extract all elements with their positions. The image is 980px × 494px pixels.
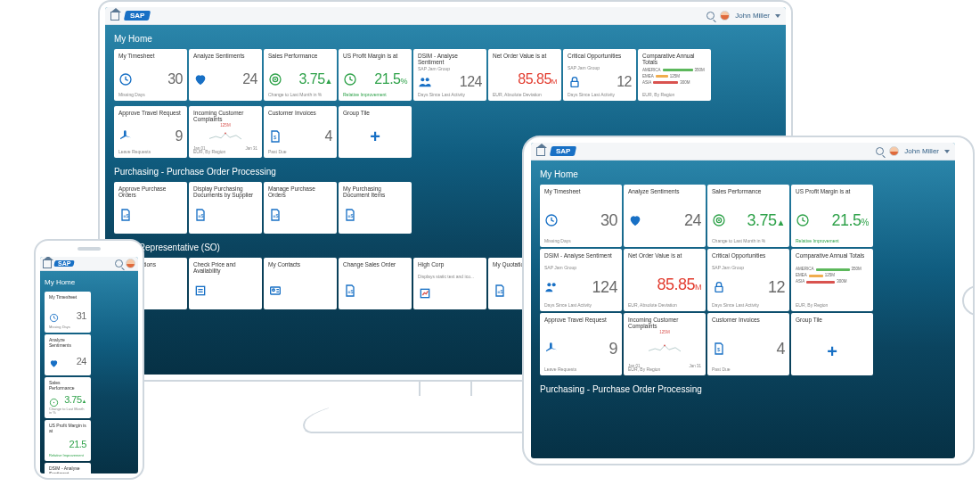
heart-icon xyxy=(628,213,642,227)
chart-icon xyxy=(418,286,432,301)
group-title-purchasing: Purchasing - Purchase Order Processing xyxy=(540,381,946,399)
tile-approve-travel-request[interactable]: Approve Travel Request 9 Leave Requests xyxy=(114,106,187,158)
tile-sales-performance[interactable]: Sales Performance 3.75▲ Change to Last M… xyxy=(264,49,337,101)
document-currency-icon: ≡$ xyxy=(493,284,507,298)
top-bar: SAP xyxy=(40,257,138,271)
tablet-home-button[interactable] xyxy=(962,285,975,316)
card-icon xyxy=(268,284,282,298)
tile-us-profit-margin[interactable]: US Profit Margin is at 21.5% Relative Im… xyxy=(339,49,412,101)
clock-icon xyxy=(49,310,59,320)
tile-incoming-complaints[interactable]: Incoming Customer Complaints 125M Jan 01… xyxy=(189,106,262,158)
target-icon xyxy=(49,395,59,405)
clock-icon xyxy=(343,72,357,86)
tile-net-order-value[interactable]: Net Order Value is at 85.85M EUR, Absolu… xyxy=(488,49,561,101)
tile-dsim[interactable]: DSIM - Analyse Sentiment 126 Days Since … xyxy=(45,463,91,473)
svg-text:$: $ xyxy=(274,135,277,140)
phone-device: SAP My Home My Timesheet 31 Missing Days… xyxy=(34,239,144,480)
svg-point-29 xyxy=(664,345,666,347)
chevron-down-icon[interactable] xyxy=(944,150,950,153)
tablet-device: SAP John Miller My Home My Timesheet 30 … xyxy=(522,136,975,465)
tile-critical-opportunities[interactable]: Critical Opportunities SAP Jam Group 12 … xyxy=(707,249,789,311)
tile-critical-opportunities[interactable]: Critical Opportunities SAP Jam Group 12 … xyxy=(563,49,636,101)
document-currency-icon: ≡$ xyxy=(343,284,357,298)
tile-display-purchasing-docs[interactable]: Display Purchasing Documents by Supplier… xyxy=(189,182,262,234)
tile-incoming-complaints[interactable]: Incoming Customer Complaints 125M Jan 01… xyxy=(624,313,706,375)
tile-my-timesheet[interactable]: My Timesheet 31 Missing Days xyxy=(45,292,91,333)
svg-point-3 xyxy=(274,78,276,80)
tile-analyze-sentiments[interactable]: Analyze Sentiments 24 xyxy=(45,334,91,375)
lock-icon xyxy=(568,75,582,89)
tile-customer-invoices[interactable]: Customer Invoices $4 Past Due xyxy=(707,313,789,375)
phone-speaker xyxy=(78,247,101,251)
target-icon xyxy=(268,72,282,86)
people-icon xyxy=(544,280,559,294)
user-name[interactable]: John Miller xyxy=(735,12,770,20)
svg-point-33 xyxy=(53,402,54,403)
tile-check-price[interactable]: Check Price and Availability xyxy=(189,258,262,309)
svg-text:≡$: ≡$ xyxy=(273,214,278,219)
tile-analyze-sentiments[interactable]: Analyze Sentiments 24 xyxy=(624,185,706,247)
sap-logo: SAP xyxy=(53,260,75,267)
svg-point-17 xyxy=(273,289,275,292)
tile-approve-travel-request[interactable]: Approve Travel Request 9 Leave Requests xyxy=(540,313,622,375)
document-currency-icon: ≡$ xyxy=(118,208,133,222)
sap-logo: SAP xyxy=(550,146,577,156)
heart-icon xyxy=(49,356,59,366)
document-currency-icon: ≡$ xyxy=(268,208,282,222)
plus-icon: + xyxy=(343,129,407,144)
tile-analyze-sentiments[interactable]: Analyze Sentiments 24 xyxy=(189,49,262,101)
svg-point-27 xyxy=(552,283,556,286)
home-icon[interactable] xyxy=(536,147,545,156)
svg-point-24 xyxy=(718,219,720,221)
tile-dsim[interactable]: DSIM - Analyse Sentiment SAP Jam Group 1… xyxy=(540,249,622,311)
tile-dsim[interactable]: DSIM - Analyse Sentiment SAP Jam Group 1… xyxy=(413,49,486,101)
tile-my-purch-items[interactable]: My Purchasing Document Items ≡$ xyxy=(339,182,412,234)
tablet-screen: SAP John Miller My Home My Timesheet 30 … xyxy=(531,143,955,458)
svg-text:≡$: ≡$ xyxy=(198,214,203,219)
tile-group-add[interactable]: Group Tile + xyxy=(791,313,873,375)
svg-point-6 xyxy=(426,78,429,82)
search-icon[interactable] xyxy=(115,259,123,268)
tile-group-add[interactable]: Group Tile + xyxy=(339,106,412,158)
chevron-down-icon[interactable] xyxy=(775,14,780,18)
tile-high-corp[interactable]: High Corp Displays static text and ico..… xyxy=(413,258,486,309)
tile-my-contacts[interactable]: My Contacts xyxy=(264,258,337,309)
svg-point-5 xyxy=(421,78,424,82)
tile-sales-performance[interactable]: Sales Performance 3.75▲ Change to Last M… xyxy=(707,185,789,247)
tile-change-sales-order[interactable]: Change Sales Order ≡$ xyxy=(339,258,412,309)
list-icon xyxy=(193,284,208,298)
tile-us-profit-margin[interactable]: US Profit Margin is at 21.5 Relative Imp… xyxy=(45,420,91,461)
people-icon xyxy=(418,75,432,89)
home-icon[interactable] xyxy=(110,12,119,21)
avatar[interactable] xyxy=(889,146,899,156)
tile-sales-performance[interactable]: Sales Performance 3.75▲ Change to Last M… xyxy=(45,377,91,418)
home-icon[interactable] xyxy=(43,259,52,268)
document-currency-icon: $ xyxy=(712,342,726,356)
tile-approve-po[interactable]: Approve Purchase Orders ≡$ xyxy=(114,182,187,234)
phone-screen: SAP My Home My Timesheet 31 Missing Days… xyxy=(40,257,138,473)
top-bar: SAP John Miller xyxy=(531,143,955,161)
svg-text:≡$: ≡$ xyxy=(123,214,128,219)
search-icon[interactable] xyxy=(706,12,715,20)
tile-my-timesheet[interactable]: My Timesheet 30 Missing Days xyxy=(540,185,622,247)
top-bar: SAP John Miller xyxy=(105,7,786,25)
tile-net-order-value[interactable]: Net Order Value is at 85.85M EUR, Absolu… xyxy=(624,249,706,311)
tile-manage-po[interactable]: Manage Purchase Orders ≡$ xyxy=(264,182,337,234)
target-icon xyxy=(712,213,726,227)
tile-my-timesheet[interactable]: My Timesheet 30 Missing Days xyxy=(114,49,187,101)
user-name[interactable]: John Miller xyxy=(904,147,939,155)
avatar[interactable] xyxy=(126,259,135,268)
document-currency-icon: $ xyxy=(268,129,282,144)
search-icon[interactable] xyxy=(876,147,884,155)
sap-logo: SAP xyxy=(124,11,151,21)
tile-customer-invoices[interactable]: Customer Invoices $ 4 Past Due xyxy=(264,106,337,158)
tile-comparative-annual-totals[interactable]: Comparative Annual Totals AMERICA350M EM… xyxy=(638,49,711,101)
tile-comparative-annual-totals[interactable]: Comparative Annual Totals AMERICA350M EM… xyxy=(791,249,873,311)
svg-rect-28 xyxy=(715,286,723,292)
sparkline-icon xyxy=(208,131,243,142)
clock-icon xyxy=(544,213,559,227)
tile-us-profit-margin[interactable]: US Profit Margin is at 21.5% Relative Im… xyxy=(791,185,873,247)
svg-text:≡$: ≡$ xyxy=(347,214,353,219)
clock-icon xyxy=(796,213,810,227)
avatar[interactable] xyxy=(720,11,730,21)
